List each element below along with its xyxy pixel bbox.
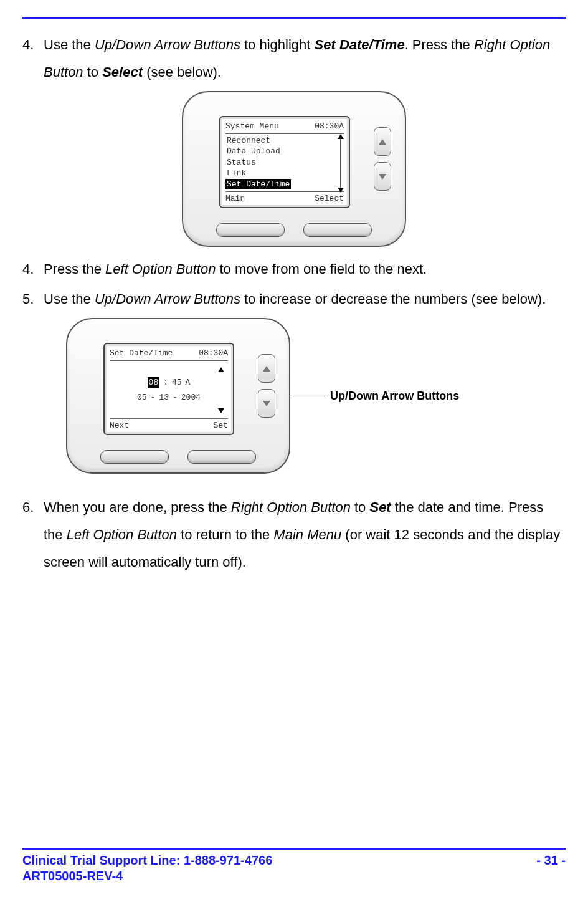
- text: to return to the: [177, 527, 273, 542]
- screen-title: Set Date/Time: [110, 348, 173, 359]
- up-arrow-button: [374, 127, 391, 156]
- text: When you are done, press the: [44, 499, 231, 515]
- screen-footer: Next Set: [110, 418, 228, 431]
- month-field: 05: [137, 392, 147, 403]
- colon: :: [163, 377, 168, 388]
- text: to: [351, 499, 370, 515]
- left-softkey-label: Next: [110, 420, 129, 431]
- step-6: 6. When you are done, press the Right Op…: [22, 494, 566, 576]
- text: (see below).: [143, 64, 221, 80]
- left-option-button: [216, 223, 285, 237]
- chevron-up-icon: [263, 366, 270, 372]
- left-option-button: [100, 450, 169, 464]
- text: to move from one field to the next.: [216, 261, 427, 277]
- device-illustration-1: System Menu 08:30A Reconnect Data Upload…: [182, 91, 406, 247]
- text-bold-italic: Set Date/Time: [315, 37, 405, 52]
- step-4a: 4. Use the Up/Down Arrow Buttons to high…: [22, 31, 566, 86]
- page-top-rule: [22, 17, 566, 19]
- step-body: Press the Left Option Button to move fro…: [44, 256, 566, 283]
- step-body: Use the Up/Down Arrow Buttons to increas…: [44, 285, 566, 313]
- scroll-down-icon: [338, 188, 344, 193]
- page-content: 4. Use the Up/Down Arrow Buttons to high…: [22, 31, 566, 576]
- page-footer: Clinical Trial Support Line: 1-888-971-4…: [22, 848, 566, 883]
- figure-2-row: Set Date/Time 08:30A 08 : 45 A 05: [22, 318, 566, 474]
- right-option-button: [303, 223, 372, 237]
- ampm-field: A: [186, 377, 191, 388]
- right-option-button: [187, 450, 256, 464]
- step-number: 4.: [22, 256, 44, 283]
- step-number: 5.: [22, 285, 44, 313]
- bottom-soft-buttons: [67, 450, 289, 464]
- day-field: 13: [159, 392, 169, 403]
- value-arrows: [218, 367, 224, 414]
- text-italic: Up/Down Arrow Buttons: [95, 291, 240, 307]
- screen-footer: Main Select: [225, 191, 344, 204]
- figure-1: System Menu 08:30A Reconnect Data Upload…: [22, 91, 566, 247]
- side-buttons: [258, 354, 277, 418]
- chevron-down-icon: [379, 174, 386, 180]
- text-italic: Main Menu: [273, 527, 341, 542]
- footer-left: Clinical Trial Support Line: 1-888-971-4…: [22, 853, 272, 883]
- dash: -: [151, 392, 156, 403]
- chevron-up-icon: [379, 139, 386, 145]
- datetime-editor: 08 : 45 A 05 - 13 - 2004: [110, 362, 228, 419]
- down-arrow-button: [258, 389, 275, 418]
- screen-header: Set Date/Time 08:30A: [110, 348, 228, 360]
- text: Press the: [44, 261, 105, 277]
- left-softkey-label: Main: [225, 193, 245, 204]
- device-screen-1: System Menu 08:30A Reconnect Data Upload…: [219, 116, 350, 208]
- instruction-list-cont: 4. Press the Left Option Button to move …: [22, 256, 566, 313]
- text-italic: Up/Down Arrow Buttons: [95, 37, 240, 52]
- page-number: - 31 -: [536, 853, 566, 883]
- step-4b: 4. Press the Left Option Button to move …: [22, 256, 566, 283]
- text: to highlight: [240, 37, 315, 52]
- screen-clock: 08:30A: [199, 348, 228, 359]
- text-italic: Right Option Button: [231, 499, 351, 515]
- text: to increase or decrease the numbers (see…: [240, 291, 546, 307]
- side-buttons: [374, 127, 392, 191]
- right-softkey-label: Select: [315, 193, 344, 204]
- increase-arrow-icon: [218, 367, 224, 372]
- callout-leader-line: [288, 396, 326, 396]
- scrollbar: [338, 135, 344, 192]
- up-arrow-button: [258, 354, 275, 383]
- menu-item: Status: [225, 157, 344, 168]
- step-body: Use the Up/Down Arrow Buttons to highlig…: [44, 31, 566, 86]
- spacer: [22, 482, 566, 494]
- step-5: 5. Use the Up/Down Arrow Buttons to incr…: [22, 285, 566, 313]
- screen-title: System Menu: [225, 121, 279, 132]
- down-arrow-button: [374, 162, 391, 191]
- menu-item: Link: [225, 168, 344, 179]
- device-screen-2: Set Date/Time 08:30A 08 : 45 A 05: [103, 343, 234, 435]
- step-number: 6.: [22, 494, 44, 521]
- scroll-track: [340, 138, 341, 189]
- menu-item-selected: Set Date/Time: [225, 179, 291, 190]
- device-illustration-2: Set Date/Time 08:30A 08 : 45 A 05: [66, 318, 290, 474]
- divider: [110, 360, 228, 361]
- dash: -: [173, 392, 178, 403]
- text: Use the: [44, 37, 95, 52]
- instruction-list: 4. Use the Up/Down Arrow Buttons to high…: [22, 31, 566, 86]
- year-field: 2004: [181, 392, 201, 403]
- step-body: When you are done, press the Right Optio…: [44, 494, 566, 576]
- text-italic: Left Option Button: [105, 261, 216, 277]
- date-row: 05 - 13 - 2004: [110, 392, 228, 403]
- menu-item: Reconnect: [225, 135, 344, 146]
- menu-list: Reconnect Data Upload Status Link Set Da…: [225, 135, 344, 192]
- text-bold-italic: Set: [369, 499, 391, 515]
- chevron-down-icon: [263, 401, 270, 406]
- decrease-arrow-icon: [218, 408, 224, 413]
- support-line: Clinical Trial Support Line: 1-888-971-4…: [22, 853, 272, 868]
- text: Use the: [44, 291, 95, 307]
- text: . Press the: [405, 37, 474, 52]
- callout-label: Up/Down Arrow Buttons: [330, 385, 459, 407]
- bottom-soft-buttons: [183, 223, 405, 237]
- instruction-list-end: 6. When you are done, press the Right Op…: [22, 494, 566, 576]
- screen-header: System Menu 08:30A: [225, 121, 344, 133]
- text-bold-italic: Select: [102, 64, 143, 80]
- hour-field-highlighted: 08: [148, 377, 160, 388]
- step-number: 4.: [22, 31, 44, 59]
- minute-field: 45: [172, 377, 182, 388]
- text: to: [83, 64, 103, 80]
- time-row: 08 : 45 A: [110, 377, 228, 388]
